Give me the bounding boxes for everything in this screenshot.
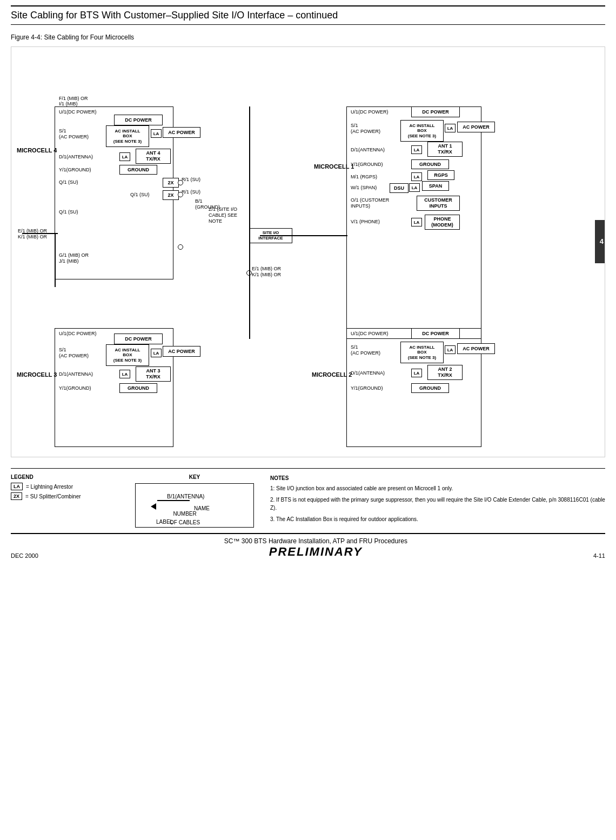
la-ac-mc3: LA bbox=[151, 349, 162, 357]
bottom-section: LEGEND LA = Lightning Arrestor 2X = SU S… bbox=[11, 468, 605, 528]
2x-box1: 2X bbox=[163, 178, 179, 188]
figure-label: Figure 4-4: bbox=[11, 34, 42, 41]
vline-center bbox=[249, 106, 250, 339]
dsu-box: DSU bbox=[390, 183, 409, 193]
legend-2x-item: 2X = SU Splitter/Combiner bbox=[11, 492, 119, 500]
ground-mc3: GROUND bbox=[119, 383, 157, 393]
page-title: Site Cabling for BTS With Customer–Suppl… bbox=[11, 5, 605, 25]
q1-su-mc4-label1: Q/1 (SU) bbox=[59, 179, 78, 185]
circle2 bbox=[178, 192, 183, 197]
mc3-label: MICROCELL 3 bbox=[17, 371, 57, 378]
d1-ant-mc4-label: D/1(ANTENNA) bbox=[59, 154, 93, 160]
key-title: KEY bbox=[135, 474, 254, 480]
key-label-label: LABEL bbox=[156, 518, 173, 526]
la-ac-mc4: LA bbox=[151, 129, 162, 138]
title-text: Site Cabling for BTS With Customer–Suppl… bbox=[11, 10, 285, 21]
ac-power-mc1: AC POWER bbox=[457, 122, 495, 132]
e1-mib-bot-label: E/1 (MIB) ORK/1 (MIB) OR bbox=[252, 266, 281, 278]
key-arrow bbox=[151, 503, 156, 510]
d1-ant-mc1-label: D/1(ANTENNA) bbox=[351, 147, 385, 153]
hline-site-io bbox=[260, 235, 347, 236]
page-footer: DEC 2000 SC™ 300 BTS Hardware Installati… bbox=[11, 533, 605, 559]
ground-mc1: GROUND bbox=[411, 159, 449, 169]
m1-rgps-label: M/1 (RGPS) bbox=[351, 174, 377, 180]
la-ant-mc4: LA bbox=[119, 152, 130, 161]
la-ant-mc3: LA bbox=[119, 370, 130, 378]
u1-dc-mc3-label: U/1(DC POWER) bbox=[59, 331, 97, 337]
key-number-label: NUMBEROF CABLES bbox=[170, 510, 200, 527]
phone-modem-box: PHONE(MODEM) bbox=[425, 215, 460, 230]
d1-ant-mc2-label: D/1(ANTENNA) bbox=[351, 370, 385, 376]
2x-box2: 2X bbox=[163, 190, 179, 200]
v1-phone-label: V/1 (PHONE) bbox=[351, 219, 380, 225]
ant4-box: ANT 4TX/RX bbox=[136, 149, 171, 164]
ac-install-mc2: AC INSTALLBOX(SEE NOTE 3) bbox=[400, 342, 444, 363]
key-line bbox=[157, 500, 190, 501]
y1-gnd-mc4-label: Y/1(GROUND) bbox=[59, 167, 91, 173]
legend-la-item: LA = Lightning Arrestor bbox=[11, 483, 119, 490]
key-diagram: B/1(ANTENNA) NAME NUMBEROF CABLES LABEL bbox=[135, 483, 254, 528]
span-box: SPAN bbox=[422, 181, 449, 191]
s1-ac-mc2-label: S/1(AC POWER) bbox=[351, 344, 380, 356]
ac-power-mc2: AC POWER bbox=[457, 343, 495, 354]
title-continued: – continued bbox=[287, 10, 338, 21]
la-span-mc1: LA bbox=[409, 183, 420, 192]
hline-e1 bbox=[22, 233, 55, 234]
customer-inputs-box: CUSTOMERINPUTS bbox=[417, 196, 460, 211]
chapter-number: 4 bbox=[600, 237, 604, 245]
note2-text: 2. If BTS is not equipped with the prima… bbox=[270, 496, 605, 512]
s1-ac-mc4-label: S/1(AC POWER) bbox=[59, 128, 89, 140]
note1-text: 1: Site I/O junction box and associated … bbox=[270, 484, 605, 492]
g1-mib-label: G/1 (MIB) ORJ/1 (MIB) bbox=[59, 252, 89, 264]
diagram: MICROCELL 4 F/1 (MIB) OR I/1 (MIB) U/1(D… bbox=[11, 46, 605, 457]
la-ant-mc2: LA bbox=[411, 369, 422, 377]
s1-ac-mc1-label: S/1(AC POWER) bbox=[351, 123, 380, 135]
legend-area: LEGEND LA = Lightning Arrestor 2X = SU S… bbox=[11, 474, 119, 528]
rgps-box: RGPS bbox=[427, 170, 454, 180]
ac-install-mc1: AC INSTALLBOX(SEE NOTE 3) bbox=[400, 120, 444, 142]
dc-power-mc4: DC POWER bbox=[114, 115, 163, 125]
s1-ac-mc3-label: S/1(AC POWER) bbox=[59, 347, 89, 359]
z1-site-label: Z/1 (SITE I/OCABLE) SEENOTE bbox=[209, 206, 237, 224]
ac-install-mc4: AC INSTALLBOX(SEE NOTE 3) bbox=[106, 125, 149, 147]
circle3 bbox=[178, 244, 183, 250]
vline-mc4-left bbox=[55, 233, 56, 287]
i1-mib-label: I/1 (MIB) bbox=[59, 101, 78, 107]
dc-power-mc3: DC POWER bbox=[114, 334, 163, 344]
legend-title: LEGEND bbox=[11, 474, 119, 480]
mc4-label: MICROCELL 4 bbox=[17, 147, 57, 154]
la-rgps-mc1: LA bbox=[411, 172, 422, 181]
q1-su-mc4-label2: Q/1 (SU) bbox=[130, 192, 150, 198]
u1-dc-mc1-label: U/1(DC POWER) bbox=[351, 109, 389, 115]
footer-title-text: SC™ 300 BTS Hardware Installation, ATP a… bbox=[224, 537, 407, 545]
r1-su-label1: R/1 (SU) bbox=[182, 177, 200, 183]
footer-page-num: 4-11 bbox=[593, 552, 605, 559]
figure-caption: Figure 4-4: Site Cabling for Four Microc… bbox=[11, 34, 605, 41]
circle1 bbox=[178, 180, 183, 185]
legend-2x-box: 2X bbox=[11, 492, 22, 500]
r1-su-label2: R/1 (SU) bbox=[182, 189, 200, 195]
figure-title: Site Cabling for Four Microcells bbox=[44, 34, 134, 41]
ac-power-mc4: AC POWER bbox=[163, 127, 200, 138]
y1-gnd-mc3-label: Y/1(GROUND) bbox=[59, 385, 91, 391]
la-phone-mc1: LA bbox=[411, 218, 422, 226]
dc-power-mc1: DC POWER bbox=[411, 106, 460, 117]
d1-ant-mc3-label: D/1(ANTENNA) bbox=[59, 371, 93, 377]
key-area: KEY B/1(ANTENNA) NAME NUMBEROF CABLES LA… bbox=[135, 474, 254, 528]
legend-la-box: LA bbox=[11, 483, 23, 490]
la-ac-mc1: LA bbox=[445, 124, 456, 132]
notes-area: NOTES 1: Site I/O junction box and assoc… bbox=[270, 474, 605, 528]
ac-power-mc3: AC POWER bbox=[163, 346, 200, 357]
y1-gnd-mc2-label: Y/1(GROUND) bbox=[351, 385, 383, 391]
ac-install-mc3: AC INSTALLBOX(SEE NOTE 3) bbox=[106, 344, 149, 366]
legend-la-desc: = Lightning Arrestor bbox=[26, 484, 73, 490]
la-ac-mc2: LA bbox=[445, 345, 456, 354]
ant3-box: ANT 3TX/RX bbox=[136, 366, 171, 382]
q1-su-mc4-label3: Q/1 (SU) bbox=[59, 209, 78, 215]
dc-power-mc2: DC POWER bbox=[411, 328, 460, 339]
ground-mc2: GROUND bbox=[411, 383, 449, 393]
e1-mib-label: E/1 (MIB) ORK/1 (MIB) OR bbox=[18, 228, 47, 240]
u1-dc-mc4-label: U/1(DC POWER) bbox=[59, 109, 97, 115]
ant2-box: ANT 2TX/RX bbox=[427, 365, 463, 380]
w1-span-label: W/1 (SPAN) bbox=[351, 185, 377, 191]
